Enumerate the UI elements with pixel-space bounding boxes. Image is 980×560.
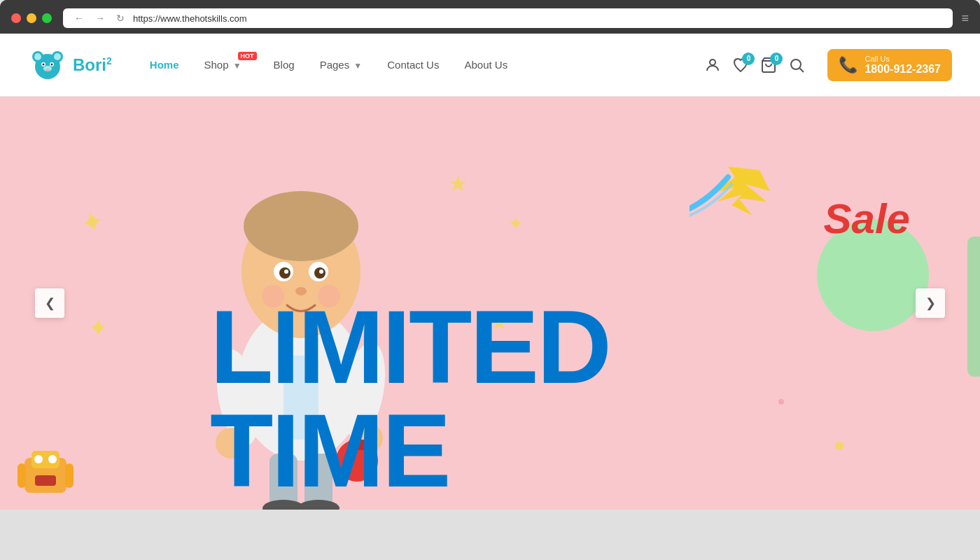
back-button[interactable]: ← bbox=[71, 13, 87, 24]
right-decoration bbox=[967, 237, 980, 377]
wishlist-badge: 0 bbox=[742, 52, 755, 65]
svg-rect-43 bbox=[35, 475, 56, 486]
shooting-star-decoration bbox=[690, 163, 780, 219]
phone-icon: 📞 bbox=[839, 56, 858, 74]
browser-window: ← → ↻ https://www.thehotskills.com ≡ bbox=[0, 0, 980, 34]
svg-point-10 bbox=[46, 69, 50, 71]
logo-text: Bori2 bbox=[73, 55, 112, 75]
nav-shop[interactable]: Shop HOT ▼ bbox=[194, 53, 258, 76]
sale-badge: Sale bbox=[824, 195, 910, 243]
limited-text: LIMITED bbox=[210, 295, 610, 399]
forward-button[interactable]: → bbox=[92, 13, 108, 24]
dot-decoration-1 bbox=[835, 442, 844, 450]
call-box[interactable]: 📞 Call Us 1800-912-2367 bbox=[827, 49, 952, 81]
logo[interactable]: Bori2 bbox=[28, 46, 112, 85]
time-text: TIME bbox=[210, 399, 610, 503]
hot-badge: HOT bbox=[238, 52, 257, 60]
svg-point-42 bbox=[48, 455, 57, 463]
reload-button[interactable]: ↻ bbox=[113, 13, 127, 24]
hero-main-text: LIMITED TIME bbox=[210, 295, 610, 503]
svg-point-2 bbox=[34, 53, 41, 60]
site-header: Bori2 Home Shop HOT ▼ Blog Pages ▼ Conta… bbox=[0, 34, 980, 97]
svg-point-13 bbox=[791, 59, 801, 69]
toy-decoration bbox=[14, 444, 77, 510]
star-decoration-3: ✦ bbox=[507, 212, 524, 235]
prev-slide-button[interactable]: ❮ bbox=[35, 288, 64, 318]
minimize-button[interactable] bbox=[27, 13, 36, 23]
svg-point-19 bbox=[244, 191, 358, 261]
cart-badge: 0 bbox=[770, 52, 783, 65]
svg-rect-45 bbox=[65, 463, 74, 488]
address-bar[interactable]: ← → ↻ https://www.thehotskills.com bbox=[63, 8, 953, 28]
svg-point-25 bbox=[319, 270, 323, 274]
sale-text: Sale bbox=[824, 195, 910, 242]
browser-menu-icon[interactable]: ≡ bbox=[961, 11, 969, 26]
svg-point-24 bbox=[284, 270, 288, 274]
browser-titlebar: ← → ↻ https://www.thehotskills.com ≡ bbox=[0, 0, 980, 34]
dot-decoration-2 bbox=[778, 399, 784, 405]
call-label: Call Us bbox=[864, 55, 941, 63]
nav-contact[interactable]: Contact Us bbox=[377, 53, 449, 76]
main-nav: Home Shop HOT ▼ Blog Pages ▼ Contact Us … bbox=[140, 53, 705, 76]
star-decoration-1: ✦ bbox=[76, 202, 108, 241]
svg-point-41 bbox=[34, 455, 43, 463]
hero-banner: ✦ ★ ✦ ★ ✦ bbox=[0, 97, 980, 510]
call-number: 1800-912-2367 bbox=[864, 63, 941, 76]
shop-arrow: ▼ bbox=[233, 61, 241, 71]
wishlist-icon[interactable]: 0 bbox=[732, 57, 749, 74]
svg-marker-15 bbox=[714, 167, 770, 216]
star-decoration-5: ✦ bbox=[88, 314, 108, 343]
cart-icon[interactable]: 0 bbox=[760, 57, 777, 74]
search-icon[interactable] bbox=[788, 57, 805, 74]
pages-arrow: ▼ bbox=[354, 61, 362, 71]
star-decoration-2: ★ bbox=[448, 170, 468, 197]
svg-point-11 bbox=[710, 59, 715, 65]
svg-point-4 bbox=[54, 53, 61, 60]
nav-about[interactable]: About Us bbox=[454, 53, 517, 76]
website-content: Bori2 Home Shop HOT ▼ Blog Pages ▼ Conta… bbox=[0, 34, 980, 510]
svg-point-8 bbox=[51, 63, 53, 65]
nav-blog[interactable]: Blog bbox=[264, 53, 304, 76]
svg-point-7 bbox=[43, 63, 45, 65]
close-button[interactable] bbox=[11, 13, 21, 23]
logo-icon bbox=[28, 46, 67, 85]
window-controls bbox=[11, 13, 52, 23]
call-info: Call Us 1800-912-2367 bbox=[864, 55, 941, 76]
svg-rect-44 bbox=[18, 463, 26, 488]
next-slide-button[interactable]: ❯ bbox=[916, 288, 945, 318]
header-actions: 0 0 📞 Call bbox=[704, 49, 952, 81]
account-icon[interactable] bbox=[704, 57, 721, 74]
nav-home[interactable]: Home bbox=[140, 53, 189, 76]
maximize-button[interactable] bbox=[42, 13, 52, 23]
nav-pages[interactable]: Pages ▼ bbox=[310, 53, 372, 76]
svg-line-14 bbox=[800, 68, 804, 72]
url-display: https://www.thehotskills.com bbox=[133, 13, 944, 24]
